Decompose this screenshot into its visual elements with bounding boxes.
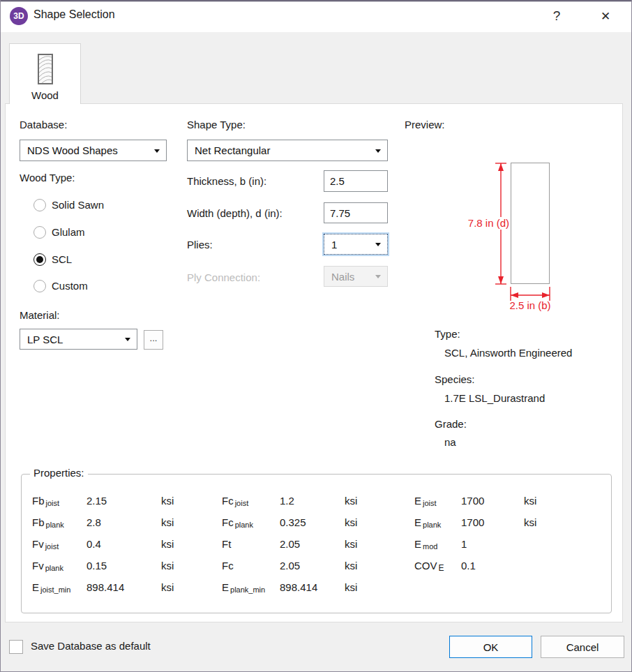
property-unit: ksi [161,512,192,533]
tab-wood[interactable]: Wood [9,43,81,104]
property-unit: ksi [345,490,375,512]
property-unit: ksi [161,533,192,555]
cancel-button[interactable]: Cancel [541,636,624,658]
radio-label: SCL [52,253,72,267]
window-title: Shape Selection [33,8,115,21]
property-unit: ksi [161,555,192,576]
help-button[interactable]: ? [541,4,572,28]
property-unit: ksi [524,512,555,533]
grade-label: Grade: [435,417,467,431]
property-symbol: Ejoist [414,490,461,512]
radio-icon [33,280,46,292]
wood-type-label: Wood Type: [20,171,75,185]
width-field-wrap [324,202,388,223]
property-symbol: Ft [222,533,280,555]
property-symbol: Fvplank [32,555,86,576]
property-symbol: Eplank [414,512,461,533]
property-symbol: Fbplank [32,512,86,533]
ply-connection-label: Ply Connection: [187,271,260,285]
tab-wood-label: Wood [31,89,59,101]
radio-selected-icon [33,253,46,266]
chevron-down-icon [125,338,130,341]
property-symbol: Fvjoist [32,533,86,555]
properties-column-1: Fbjoist 2.15 ksi Fbplank 2.8 ksi Fvjoist… [32,490,192,598]
property-symbol: Fc [222,555,280,576]
grade-value: na [444,435,456,449]
preview-label: Preview: [405,118,445,132]
ok-button[interactable]: OK [449,636,532,658]
type-label: Type: [435,327,460,341]
ply-connection-select: Nails [324,266,388,287]
shape-selection-dialog: 3D Shape Selection ? ✕ Wood Database [0,0,632,672]
radio-solid-sawn[interactable]: Solid Sawn [33,197,104,213]
properties-group-label: Properties: [30,467,88,479]
property-value: 0.4 [86,533,161,555]
property-value: 1.2 [280,490,345,512]
depth-dimension-label: 7.8 in (d) [424,217,509,230]
property-unit: ksi [345,533,375,555]
properties-group: Properties: Fbjoist 2.15 ksi Fbplank 2.8… [21,474,612,613]
width-label: Width (depth), d (in): [187,207,283,221]
shape-type-select[interactable]: Net Rectangular [187,140,388,161]
thickness-input[interactable] [324,170,388,192]
chevron-down-icon [375,275,381,278]
property-value: 2.15 [86,490,161,512]
radio-icon [33,199,46,211]
property-value: 0.15 [86,555,161,576]
database-value: NDS Wood Shapes [27,144,118,156]
chevron-down-icon [154,149,160,153]
property-value: 2.8 [86,512,161,533]
plies-value: 1 [331,239,337,251]
property-symbol: Emod [414,533,461,555]
species-label: Species: [435,373,475,387]
radio-glulam[interactable]: Glulam [33,225,85,240]
property-value: 2.05 [280,533,345,555]
property-symbol: COVE [414,555,461,576]
property-symbol: Fcjoist [222,490,280,512]
property-symbol: Eplank_min [222,576,280,598]
ply-connection-value: Nails [331,271,354,283]
property-unit: ksi [345,555,375,576]
material-browse-button[interactable]: ... [144,330,163,350]
properties-column-3: Ejoist 1700 ksi Eplank 1700 ksi Emod 1 C… [414,490,555,576]
property-unit [524,533,555,555]
close-icon: ✕ [601,9,610,24]
property-value: 2.05 [280,555,345,576]
thickness-field-wrap [324,170,388,192]
database-select[interactable]: NDS Wood Shapes [20,140,167,161]
property-unit: ksi [161,576,192,598]
radio-scl[interactable]: SCL [33,252,72,267]
radio-icon [33,226,46,239]
property-value: 1700 [461,490,524,512]
shape-type-label: Shape Type: [187,118,246,132]
radio-custom[interactable]: Custom [33,278,88,294]
property-value: 1 [461,533,524,555]
database-label: Database: [20,118,67,132]
save-database-checkbox[interactable] [9,640,23,654]
close-button[interactable]: ✕ [590,4,621,28]
save-database-checkbox-label: Save Database as default [31,640,151,652]
ellipsis-icon: ... [150,333,158,343]
width-input[interactable] [324,202,388,223]
type-value: SCL, Ainsworth Engineered [444,346,572,360]
shape-type-value: Net Rectangular [195,144,270,156]
property-value: 898.414 [86,576,161,598]
help-icon: ? [553,8,561,24]
property-unit: ksi [161,490,192,512]
radio-label: Solid Sawn [52,198,104,212]
wood-section-icon [37,53,54,85]
footer-bar: Save Database as default OK Cancel [0,622,632,672]
material-value: LP SCL [27,334,63,345]
property-value: 0.1 [461,555,524,576]
material-select[interactable]: LP SCL [20,329,137,350]
property-unit: ksi [524,490,555,512]
app-3d-icon: 3D [10,7,28,25]
content-panel: Database: NDS Wood Shapes Wood Type: Sol… [5,103,623,622]
plies-select[interactable]: 1 [324,234,388,255]
property-value: 1700 [461,512,524,533]
properties-column-2: Fcjoist 1.2 ksi Fcplank 0.325 ksi Ft 2.0… [222,490,375,598]
chevron-down-icon [375,149,381,153]
thickness-label: Thickness, b (in): [187,174,266,188]
property-unit [524,555,555,576]
radio-label: Glulam [52,225,85,239]
